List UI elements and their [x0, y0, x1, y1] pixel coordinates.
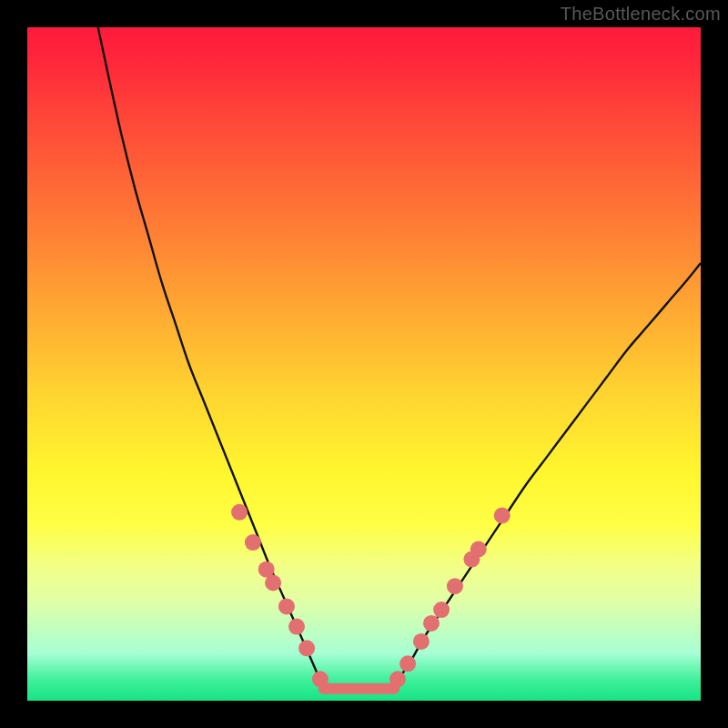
marker-left-dots: [265, 575, 281, 592]
marker-left-dots: [278, 598, 295, 614]
marker-left-dots: [298, 640, 315, 656]
marker-left-dots: [231, 504, 248, 521]
series-left-curve: [98, 27, 320, 681]
chart-area: [27, 27, 701, 701]
marker-right-dots: [433, 602, 450, 618]
marker-right-dots: [423, 615, 440, 632]
series-right-curve: [398, 263, 701, 681]
curve-plot: [27, 27, 701, 701]
marker-right-dots: [413, 633, 430, 650]
watermark-text: TheBottleneck.com: [561, 4, 721, 25]
marker-right-dots: [389, 671, 406, 687]
marker-left-dots: [312, 671, 329, 687]
marker-right-dots: [399, 655, 416, 672]
marker-right-dots: [494, 508, 511, 524]
marker-right-dots: [470, 541, 487, 558]
marker-left-dots: [245, 534, 261, 551]
marker-right-dots: [447, 578, 463, 594]
marker-left-dots: [288, 619, 305, 635]
